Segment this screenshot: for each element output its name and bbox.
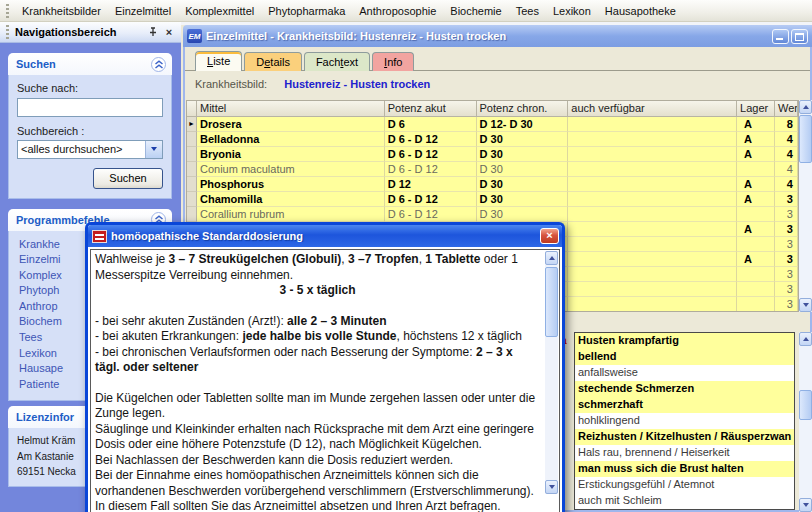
cell-akut: D 12 — [385, 177, 477, 192]
cell-lager — [737, 237, 775, 252]
column-header-2[interactable]: Potenz chron. — [477, 101, 569, 117]
symptom-item[interactable]: Reizhusten / Kitzelhusten / Räusperzwan — [575, 429, 794, 445]
close-icon[interactable]: × — [161, 25, 177, 39]
symptom-item[interactable]: Husten krampfartig — [575, 333, 794, 349]
column-header-4[interactable]: Lager — [737, 101, 775, 117]
symptom-item[interactable]: Hals rau, brennend / Heiserkeit — [575, 445, 794, 461]
cell-verfugbar — [568, 267, 737, 282]
table-row[interactable]: BryoniaD 6 - D 12D 30A4 — [187, 147, 798, 162]
sidebar-title: Navigationsbereich — [15, 26, 145, 38]
search-for-label: Suche nach: — [17, 82, 163, 94]
menu-item-8[interactable]: Hausapotheke — [598, 2, 683, 20]
dialog-paragraph: Bei der Einnahme eines homöopathischen A… — [95, 468, 540, 512]
tab-liste[interactable]: Liste — [195, 51, 242, 71]
cell-akut: D 6 - D 12 — [385, 192, 477, 207]
menu-item-0[interactable]: Krankheitsbilder — [15, 2, 108, 20]
scroll-down-icon[interactable] — [545, 480, 558, 494]
symptom-item[interactable]: bellend — [575, 349, 794, 365]
search-button[interactable]: Suchen — [93, 168, 163, 189]
dialog-titlebar[interactable]: homöopathische Standarddosierung × — [88, 225, 562, 247]
tab-info[interactable]: Info — [372, 52, 414, 71]
symptom-item[interactable]: anfallsweise — [575, 365, 794, 381]
table-row[interactable]: Conium maculatumD 6 - D 12D 304 — [187, 162, 798, 177]
menu-item-6[interactable]: Tees — [509, 2, 546, 20]
cell-verfugbar — [568, 237, 737, 252]
search-scope-value: <alles durchsuchen> — [18, 143, 145, 155]
search-input[interactable] — [17, 98, 163, 117]
table-row[interactable]: ►DroseraD 6D 12- D 30A8 — [187, 117, 798, 132]
cell-lager: A — [737, 132, 775, 147]
scroll-down-icon[interactable] — [799, 298, 812, 312]
menu-item-3[interactable]: Phytopharmaka — [261, 2, 352, 20]
column-header-1[interactable]: Potenz akut — [385, 101, 477, 117]
cell-chron: D 30 — [477, 132, 569, 147]
subject-row: Krankheitsbild: Hustenreiz - Husten troc… — [195, 78, 430, 90]
search-panel-header[interactable]: Suchen — [8, 53, 172, 75]
scroll-up-icon[interactable] — [545, 251, 558, 265]
symptom-item[interactable]: stechende Schmerzen — [575, 381, 794, 397]
column-header-0[interactable]: Mittel — [197, 101, 385, 117]
symptom-scrollbar[interactable] — [799, 332, 812, 512]
dialog-close-icon[interactable]: × — [540, 228, 559, 244]
window-title: Einzelmittel - Krankheitsbild: Hustenrei… — [206, 30, 770, 42]
dialog-paragraph — [95, 299, 540, 314]
cell-lager: A — [737, 192, 775, 207]
dialog-paragraph: Bei Nachlassen der Beschwerden kann die … — [95, 453, 540, 469]
dialog-paragraph: - bei akuten Erkrankungen: jede halbe bi… — [95, 329, 540, 345]
dialog-content: Wahlweise je 3 – 7 Streukügelchen (Globu… — [90, 249, 560, 512]
table-row[interactable]: BelladonnaD 6 - D 12D 30A4 — [187, 132, 798, 147]
sidebar-grip[interactable] — [6, 25, 9, 39]
menu-item-4[interactable]: Anthroposophie — [352, 2, 443, 20]
cell-wert: 3 — [775, 267, 798, 282]
cell-lager: A — [737, 252, 775, 267]
tab-fachtext[interactable]: Fachtext — [304, 52, 370, 71]
cell-lager: A — [737, 222, 775, 237]
collapse-chevron-icon[interactable] — [151, 57, 166, 72]
cell-verfugbar — [568, 192, 737, 207]
pin-icon[interactable] — [145, 25, 161, 39]
cell-chron: D 30 — [477, 192, 569, 207]
scroll-up-icon[interactable] — [799, 332, 812, 346]
maximize-button[interactable] — [791, 29, 808, 44]
cell-mittel: Belladonna — [197, 132, 385, 147]
menubar-grip[interactable] — [6, 4, 9, 18]
menu-item-7[interactable]: Lexikon — [546, 2, 598, 20]
table-row[interactable]: PhosphorusD 12D 30A4 — [187, 177, 798, 192]
dialog-paragraph: Säuglinge und Kleinkinder erhalten nach … — [95, 422, 540, 453]
menu-item-2[interactable]: Komplexmittel — [178, 2, 261, 20]
table-row[interactable]: ChamomillaD 6 - D 12D 30A3 — [187, 192, 798, 207]
symptom-list: Husten krampfartigbellendanfallsweiseste… — [574, 332, 795, 510]
symptom-item[interactable]: man muss sich die Brust halten — [575, 461, 794, 477]
table-scrollbar-thumb[interactable] — [799, 115, 812, 163]
window-titlebar[interactable]: EM Einzelmittel - Krankheitsbild: Husten… — [183, 25, 812, 47]
cell-lager — [737, 162, 775, 177]
row-selector — [187, 132, 197, 147]
symptom-item[interactable]: Erstickungsgefühl / Atemnot — [575, 477, 794, 493]
table-header: MittelPotenz akutPotenz chron.auch verfü… — [187, 101, 798, 117]
symptom-item[interactable]: auch mit Schleim — [575, 493, 794, 509]
column-header-3[interactable]: auch verfügbar — [568, 101, 737, 117]
menu-item-5[interactable]: Biochemie — [443, 2, 508, 20]
cell-lager — [737, 282, 775, 297]
dialog-scrollbar-thumb[interactable] — [545, 267, 558, 337]
menu-item-1[interactable]: Einzelmittel — [108, 2, 178, 20]
tab-details[interactable]: Details — [244, 52, 302, 71]
application-screen: KrankheitsbilderEinzelmittelKomplexmitte… — [0, 0, 812, 512]
combo-dropdown-icon[interactable] — [145, 141, 162, 158]
symptom-item[interactable]: hohlklingend — [575, 413, 794, 429]
table-row[interactable]: Corallium rubrumD 6 - D 12D 303 — [187, 207, 798, 222]
minimize-button[interactable] — [772, 29, 789, 44]
menubar: KrankheitsbilderEinzelmittelKomplexmitte… — [0, 0, 812, 22]
cell-wert: 3 — [775, 192, 798, 207]
table-scrollbar[interactable] — [799, 100, 812, 312]
scroll-up-icon[interactable] — [799, 100, 812, 114]
column-header-5[interactable]: Wert — [775, 101, 798, 117]
symptom-scrollbar-thumb[interactable] — [799, 390, 812, 420]
row-selector — [187, 162, 197, 177]
search-scope-select[interactable]: <alles durchsuchen> — [17, 140, 163, 159]
scroll-down-icon[interactable] — [799, 498, 812, 512]
cell-verfugbar — [568, 132, 737, 147]
cell-wert: 3 — [775, 222, 798, 237]
symptom-item[interactable]: schmerzhaft — [575, 397, 794, 413]
dialog-scrollbar[interactable] — [545, 251, 558, 494]
